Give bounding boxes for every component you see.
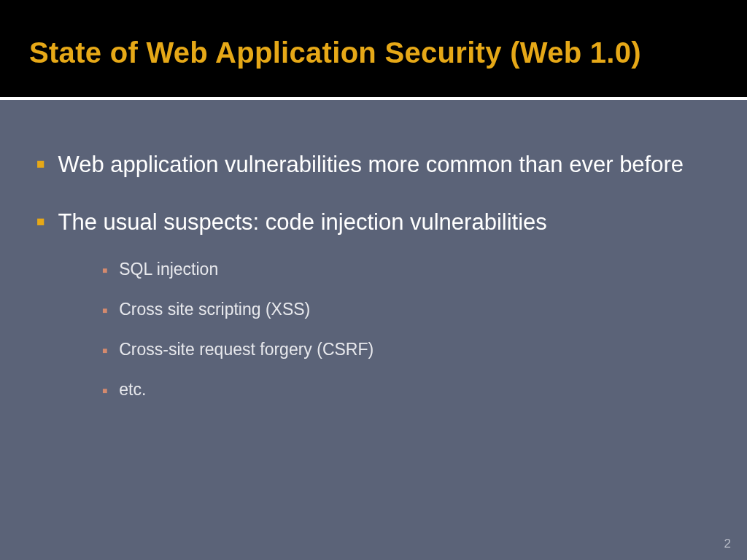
small-square-bullet-icon: ■ <box>102 386 107 396</box>
sub-bullet-text: Cross site scripting (XSS) <box>119 300 310 319</box>
small-square-bullet-icon: ■ <box>102 346 107 356</box>
bullet-text: The usual suspects: code injection vulne… <box>58 201 546 243</box>
bullet-text: Web application vulnerabilities more com… <box>58 144 684 185</box>
small-square-bullet-icon: ■ <box>102 265 107 276</box>
square-bullet-icon: ■ <box>36 151 44 176</box>
bullet-item: ■ The usual suspects: code injection vul… <box>36 201 711 243</box>
sub-bullet-item: ■ Cross site scripting (XSS) <box>102 300 711 319</box>
sub-bullet-item: ■ SQL injection <box>102 260 711 279</box>
sub-bullet-text: etc. <box>119 380 146 400</box>
sub-bullet-list: ■ SQL injection ■ Cross site scripting (… <box>36 260 711 400</box>
sub-bullet-item: ■ Cross-site request forgery (CSRF) <box>102 340 711 359</box>
small-square-bullet-icon: ■ <box>102 306 107 316</box>
slide-header: State of Web Application Security (Web 1… <box>0 0 747 97</box>
sub-bullet-text: Cross-site request forgery (CSRF) <box>119 340 374 359</box>
sub-bullet-item: ■ etc. <box>102 380 711 400</box>
slide-title: State of Web Application Security (Web 1… <box>29 36 718 69</box>
square-bullet-icon: ■ <box>36 209 44 234</box>
slide-content: ■ Web application vulnerabilities more c… <box>0 100 747 560</box>
sub-bullet-text: SQL injection <box>119 260 218 279</box>
page-number: 2 <box>724 537 731 551</box>
slide: State of Web Application Security (Web 1… <box>0 0 747 560</box>
bullet-item: ■ Web application vulnerabilities more c… <box>36 144 711 185</box>
